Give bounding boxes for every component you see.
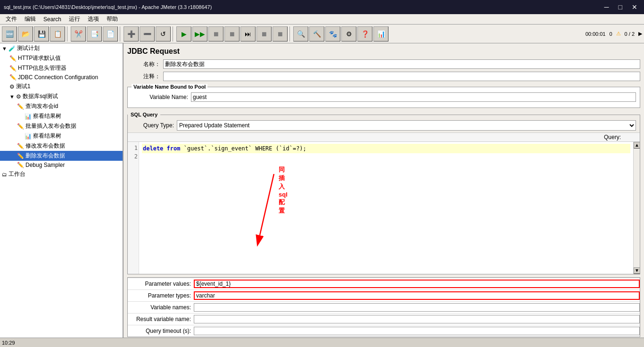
search-toolbar-button[interactable]: 🔍 (293, 26, 308, 41)
variable-names-row: Variable names: (128, 301, 640, 313)
sql-section-title: SQL Query (128, 111, 160, 118)
param-values-input[interactable] (194, 280, 640, 288)
query-editor[interactable]: 1 2 delete from `guest`.`sign_event` WHE… (128, 142, 640, 274)
variable-section-title: Variable Name Bound to Pool (132, 84, 207, 90)
variable-name-input[interactable] (191, 92, 636, 102)
debug-button[interactable]: 🐾 (325, 26, 340, 41)
tree-item-workbench[interactable]: 🗂 工作台 (0, 169, 123, 179)
result2-icon: 📊 (25, 133, 32, 140)
name-row: 名称： (127, 59, 640, 69)
comment-label: 注释： (127, 73, 160, 81)
tree-item-result2[interactable]: 📊 察看结果树 (0, 131, 123, 141)
name-input[interactable] (163, 59, 640, 69)
param-types-input[interactable] (194, 291, 640, 300)
tree-item-test1[interactable]: ⚙ 测试1 (0, 82, 123, 91)
query-header: Query: (128, 132, 640, 142)
tree-item-delete[interactable]: ✏️ 删除发布会数据 (0, 151, 123, 161)
copy-button[interactable]: 📑 (87, 26, 102, 41)
sql-line-2 (142, 153, 630, 162)
code-area[interactable]: delete from `guest`.`sign_event` WHERE (… (139, 142, 633, 274)
result-variable-row: Result variable name: (128, 313, 640, 325)
line-numbers: 1 2 (128, 142, 139, 274)
tree-item-http-manager[interactable]: ✏️ HTTP信息头管理器 (0, 63, 123, 73)
menu-search[interactable]: Search (40, 15, 65, 24)
tree-item-test-plan[interactable]: ▼ 🧪 测试计划 (0, 43, 123, 53)
scroll-down-arrow[interactable]: ▼ (634, 267, 640, 274)
tree-label-modify: 修改发布会数据 (25, 142, 65, 150)
build-button[interactable]: 🔨 (309, 26, 324, 41)
comment-input[interactable] (163, 72, 640, 81)
tree-item-result1[interactable]: 📊 察看结果树 (0, 111, 123, 121)
tree-item-debug[interactable]: ✏️ Debug Sampler (0, 161, 123, 169)
undo-button[interactable]: ↺ (156, 26, 171, 41)
add-button[interactable]: ➕ (124, 26, 139, 41)
stop4-button[interactable]: ⏹ (272, 26, 288, 41)
tree-item-query-id[interactable]: ✏️ 查询发布会id (0, 101, 123, 111)
status-bar: 10:29 (0, 338, 644, 347)
new-button[interactable]: 🆕 (2, 26, 17, 41)
variable-names-input[interactable] (194, 303, 640, 312)
step-button[interactable]: ⏭ (240, 26, 256, 41)
menu-help[interactable]: 帮助 (103, 14, 122, 24)
window-controls[interactable]: ─ □ ✕ (602, 3, 640, 11)
maximize-button[interactable]: □ (616, 3, 625, 11)
remove-button[interactable]: ➖ (140, 26, 155, 41)
menu-edit[interactable]: 编辑 (21, 14, 40, 24)
query-timeout-row: Query timeout (s): (128, 325, 640, 337)
settings-button[interactable]: ⚙ (341, 26, 356, 41)
tree-item-http-default[interactable]: ✏️ HTTP请求默认值 (0, 53, 123, 63)
query-label: Query: (604, 134, 621, 140)
cut-button[interactable]: ✂️ (71, 26, 86, 41)
http-default-icon: ✏️ (9, 55, 17, 62)
stop3-button[interactable]: ⏹ (256, 26, 272, 41)
delete-icon: ✏️ (17, 153, 24, 159)
sql-line-1: delete from `guest`.`sign_event` WHERE (… (142, 144, 630, 153)
status-text: 10:29 (2, 340, 15, 346)
minimize-button[interactable]: ─ (602, 3, 612, 11)
result-variable-label: Result variable name: (128, 316, 194, 322)
query-timeout-label: Query timeout (s): (128, 328, 194, 334)
jdbc-title: JDBC Request (127, 47, 640, 56)
scroll-up-arrow[interactable]: ▲ (634, 142, 640, 149)
db-expand-icon: ▼ (9, 94, 15, 99)
separator-1 (67, 26, 69, 41)
query-timeout-input[interactable] (194, 327, 640, 335)
tree-label-jdbc-config: JDBC Connection Configuration (18, 74, 98, 81)
tree-label-debug: Debug Sampler (25, 162, 65, 168)
query-scrollbar[interactable]: ▲ ▼ (633, 142, 640, 274)
menu-file[interactable]: 文件 (2, 14, 21, 24)
batch-insert-icon: ✏️ (17, 123, 24, 130)
save-button[interactable]: 💾 (34, 26, 49, 41)
tree-item-modify[interactable]: ✏️ 修改发布会数据 (0, 141, 123, 151)
modify-icon: ✏️ (17, 143, 24, 149)
result1-icon: 📊 (25, 113, 32, 120)
open-button[interactable]: 📂 (18, 26, 33, 41)
stop-button[interactable]: ⏹ (208, 26, 223, 41)
query-type-select[interactable]: Prepared Update Statement (177, 120, 636, 131)
stop-now-button[interactable]: ⏹ (224, 26, 239, 41)
query-type-label: Query Type: (132, 122, 174, 129)
menu-run[interactable]: 运行 (65, 14, 84, 24)
run-button[interactable]: ▶ (176, 26, 191, 41)
paste-button[interactable]: 📄 (103, 26, 118, 41)
tree-item-db-test[interactable]: ▼ ⚙ 数据库sql测试 (0, 91, 123, 101)
variable-content: Variable Name: (128, 90, 640, 107)
tree-label-test1: 测试1 (16, 83, 31, 91)
test1-icon: ⚙ (9, 83, 15, 90)
param-types-row: Parameter types: (128, 289, 640, 301)
help-button[interactable]: ❓ (357, 26, 372, 41)
result-variable-input[interactable] (194, 315, 640, 323)
param-values-label: Parameter values: (128, 281, 194, 287)
tree-item-batch-insert[interactable]: ✏️ 批量插入发布会数据 (0, 121, 123, 131)
separator-2 (120, 26, 122, 41)
menu-options[interactable]: 选项 (84, 14, 103, 24)
param-types-label: Parameter types: (128, 292, 194, 299)
close-button[interactable]: ✕ (629, 3, 640, 11)
workbench-icon: 🗂 (2, 172, 7, 177)
tree-item-jdbc-config[interactable]: ✏️ JDBC Connection Configuration (0, 73, 123, 82)
scroll-right-icon: ▶ (638, 31, 642, 37)
window-title: sql_test.jmx (C:\Users\24831\Desktop\jme… (4, 4, 602, 10)
chart-button[interactable]: 📊 (373, 26, 388, 41)
save-as-button[interactable]: 📋 (50, 26, 65, 41)
run-all-button[interactable]: ▶▶ (192, 26, 207, 41)
